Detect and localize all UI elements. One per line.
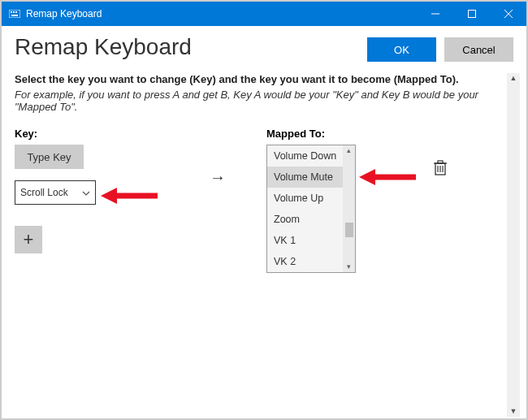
dropdown-item[interactable]: VK 1 — [267, 230, 355, 251]
mapped-column: Mapped To: Volume Down Volume Mute Volum… — [266, 128, 429, 273]
dropdown-item[interactable]: Zoom — [267, 209, 355, 230]
svg-rect-2 — [13, 11, 15, 13]
titlebar: Remap Keyboard — [2, 2, 526, 26]
scroll-up-icon[interactable]: ▲ — [510, 75, 517, 82]
dropdown-scrollbar[interactable]: ▴ ▾ — [343, 145, 355, 272]
svg-rect-0 — [9, 10, 20, 18]
key-select[interactable]: Scroll Lock — [15, 180, 96, 205]
dropdown-item[interactable]: Volume Down — [267, 145, 355, 167]
svg-rect-4 — [11, 15, 18, 16]
header-row: Remap Keyboard OK Cancel — [2, 26, 526, 68]
trash-icon[interactable] — [433, 160, 449, 178]
chevron-down-icon — [82, 187, 90, 198]
svg-rect-1 — [11, 11, 12, 13]
mapped-label: Mapped To: — [266, 128, 429, 140]
dropdown-item[interactable]: Volume Up — [267, 188, 355, 209]
svg-rect-3 — [15, 11, 17, 13]
key-column: Key: Type Key Scroll Lock + — [15, 128, 169, 253]
keyboard-app-icon — [8, 7, 21, 20]
svg-rect-6 — [468, 11, 475, 18]
page-scrollbar[interactable]: ▲ ▼ — [507, 73, 520, 417]
instruction-example: For example, if you want to press A and … — [15, 89, 502, 113]
maximize-button[interactable] — [453, 2, 490, 26]
button-row: OK Cancel — [367, 37, 513, 62]
add-mapping-button[interactable]: + — [15, 226, 42, 253]
key-select-value: Scroll Lock — [20, 187, 68, 198]
svg-rect-14 — [438, 161, 443, 163]
cancel-button[interactable]: Cancel — [444, 37, 513, 62]
close-button[interactable] — [490, 2, 526, 26]
mapped-dropdown[interactable]: Volume Down Volume Mute Volume Up Zoom V… — [266, 145, 356, 273]
scroll-down-icon[interactable]: ▾ — [347, 262, 351, 272]
scroll-thumb[interactable] — [345, 223, 353, 237]
mapping-row: Key: Type Key Scroll Lock + → Mapped To:… — [15, 128, 502, 273]
arrow-column: → — [169, 128, 266, 187]
minimize-button[interactable] — [417, 2, 453, 26]
ok-button[interactable]: OK — [367, 37, 436, 62]
content: ▲ ▼ Select the key you want to change (K… — [2, 73, 526, 417]
dropdown-item[interactable]: Volume Mute — [267, 167, 355, 188]
scroll-down-icon[interactable]: ▼ — [510, 408, 517, 415]
page-title: Remap Keyboard — [15, 34, 192, 60]
type-key-button[interactable]: Type Key — [15, 145, 84, 169]
arrow-right-icon: → — [210, 168, 226, 187]
window-title: Remap Keyboard — [26, 8, 102, 19]
key-label: Key: — [15, 128, 169, 140]
instruction-primary: Select the key you want to change (Key) … — [15, 73, 502, 85]
scroll-up-icon[interactable]: ▴ — [347, 145, 351, 156]
scroll-track[interactable] — [507, 82, 520, 408]
dropdown-item[interactable]: VK 2 — [267, 251, 355, 272]
